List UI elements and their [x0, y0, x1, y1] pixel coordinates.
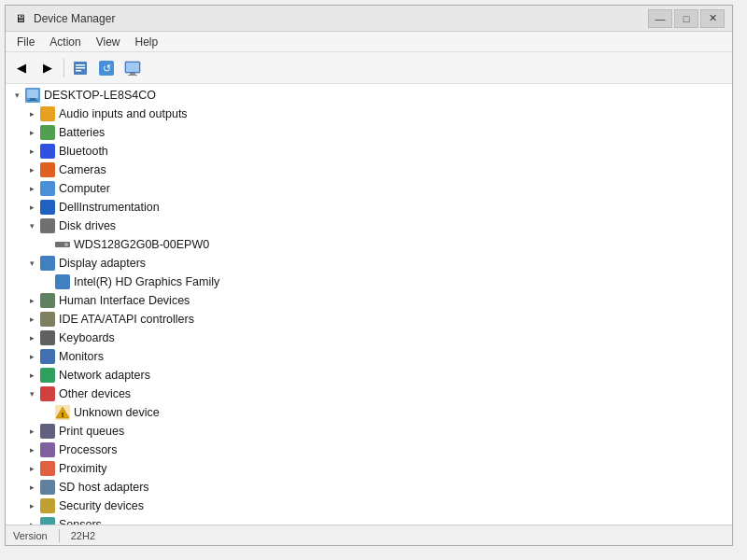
- tree-item[interactable]: ▸ Security devices: [6, 497, 732, 515]
- tree-expander[interactable]: ▸: [24, 330, 39, 345]
- svg-rect-54: [42, 463, 53, 474]
- tree-item[interactable]: ▸ Keyboards: [6, 329, 732, 347]
- tree-item[interactable]: ▸ Print queues: [6, 422, 732, 441]
- tree-item-icon: [39, 105, 56, 122]
- tree-item-icon: [39, 311, 56, 328]
- tree-item-label: Other devices: [59, 387, 131, 400]
- svg-rect-1: [76, 64, 85, 66]
- tree-expander[interactable]: ▾: [24, 218, 39, 233]
- tree-item[interactable]: ▸ Batteries: [6, 123, 732, 142]
- svg-text:↺: ↺: [103, 63, 111, 74]
- tree-item[interactable]: ▸ Computer: [6, 179, 732, 198]
- tree-expander[interactable]: ▸: [24, 349, 39, 364]
- tree-item-icon: [39, 348, 56, 365]
- tree-item-icon: [39, 255, 56, 272]
- tree-expander[interactable]: ▸: [24, 461, 39, 476]
- window-title: Device Manager: [34, 12, 648, 25]
- tree-expander[interactable]: ▸: [24, 368, 39, 383]
- tree-expander[interactable]: [39, 405, 54, 420]
- tree-item[interactable]: ▸ SD host adapters: [6, 478, 732, 497]
- tree-item-label: Batteries: [59, 126, 105, 139]
- tree-item-label: SD host adapters: [59, 481, 149, 494]
- tree-item-label: Keyboards: [59, 331, 115, 344]
- tree-expander[interactable]: ▾: [24, 256, 39, 271]
- tree-expander[interactable]: ▸: [24, 125, 39, 140]
- close-button[interactable]: ✕: [700, 9, 725, 28]
- tree-expander[interactable]: ▸: [24, 200, 39, 215]
- tree-item[interactable]: ▸ Processors: [6, 441, 732, 459]
- tree-expander[interactable]: ▸: [24, 106, 39, 121]
- device-manager-window: 🖥 Device Manager — □ ✕ File Action View …: [5, 5, 733, 546]
- tree-item-label: Display adapters: [59, 257, 146, 270]
- svg-rect-31: [42, 258, 53, 269]
- title-bar: 🖥 Device Manager — □ ✕: [6, 6, 732, 32]
- tree-item[interactable]: ▾ Display adapters: [6, 254, 732, 273]
- tree-expander[interactable]: ▸: [24, 162, 39, 177]
- tree-item[interactable]: ▸ DellInstrumentation: [6, 198, 732, 217]
- tree-expander[interactable]: ▸: [24, 424, 39, 439]
- tree-expander[interactable]: ▸: [24, 293, 39, 308]
- svg-rect-37: [42, 314, 53, 325]
- menu-action[interactable]: Action: [42, 34, 88, 50]
- menu-file[interactable]: File: [9, 34, 42, 50]
- properties-button[interactable]: [68, 56, 92, 80]
- tree-item-icon: [39, 292, 56, 309]
- forward-button[interactable]: ▶: [35, 56, 60, 80]
- device-tree-panel[interactable]: ▾ DESKTOP-LE8S4CO ▸ Audio inputs and out…: [6, 84, 732, 525]
- svg-rect-9: [126, 63, 139, 72]
- svg-point-29: [64, 243, 68, 246]
- svg-rect-56: [42, 482, 53, 493]
- tree-expander[interactable]: [39, 274, 54, 289]
- svg-rect-41: [42, 351, 53, 362]
- root-label: DESKTOP-LE8S4CO: [44, 89, 156, 102]
- tree-item-label: Human Interface Devices: [59, 294, 190, 307]
- tree-item[interactable]: ▾ Disk drives: [6, 217, 732, 235]
- tree-item[interactable]: Intel(R) HD Graphics Family: [6, 273, 732, 291]
- svg-rect-39: [42, 332, 53, 343]
- tree-expander[interactable]: ▸: [24, 498, 39, 513]
- svg-rect-13: [28, 100, 37, 101]
- window-controls: — □ ✕: [648, 9, 725, 28]
- tree-item[interactable]: ▸ Cameras: [6, 161, 732, 179]
- svg-rect-7: [130, 73, 135, 75]
- svg-rect-23: [42, 183, 53, 194]
- tree-item-label: Network adapters: [59, 369, 150, 382]
- update-driver-button[interactable]: ↺: [94, 56, 119, 80]
- tree-item[interactable]: ▸ Network adapters: [6, 366, 732, 385]
- root-expander[interactable]: ▾: [9, 88, 24, 103]
- tree-expander[interactable]: ▾: [24, 386, 39, 401]
- tree-item[interactable]: ▸ Audio inputs and outputs: [6, 105, 732, 123]
- back-button[interactable]: ◀: [9, 56, 34, 80]
- svg-rect-15: [42, 108, 53, 119]
- minimize-button[interactable]: —: [648, 9, 672, 28]
- tree-item[interactable]: ▸ Sensors: [6, 515, 732, 525]
- menu-view[interactable]: View: [89, 34, 128, 50]
- tree-expander[interactable]: [39, 237, 54, 252]
- tree-item[interactable]: ▸ Monitors: [6, 347, 732, 366]
- tree-item-icon: [39, 479, 56, 496]
- tree-item[interactable]: WDS128G2G0B-00EPW0: [6, 235, 732, 254]
- tree-expander[interactable]: ▸: [24, 480, 39, 495]
- menu-help[interactable]: Help: [128, 34, 166, 50]
- tree-item-icon: [54, 273, 71, 290]
- properties-icon: [72, 60, 89, 77]
- svg-rect-11: [27, 90, 38, 98]
- tree-item[interactable]: ▸ Bluetooth: [6, 142, 732, 161]
- tree-expander[interactable]: ▸: [24, 181, 39, 196]
- screen-button[interactable]: [120, 56, 145, 80]
- tree-item[interactable]: ▸ IDE ATA/ATAPI controllers: [6, 310, 732, 329]
- tree-item[interactable]: ▸ Human Interface Devices: [6, 291, 732, 310]
- tree-expander[interactable]: ▸: [24, 144, 39, 159]
- tree-item[interactable]: ▾ Other devices: [6, 385, 732, 403]
- tree-root[interactable]: ▾ DESKTOP-LE8S4CO: [6, 86, 732, 105]
- tree-item-label: Computer: [59, 182, 110, 195]
- tree-expander[interactable]: ▸: [24, 442, 39, 457]
- maximize-button[interactable]: □: [674, 9, 698, 28]
- tree-expander[interactable]: ▸: [24, 312, 39, 327]
- svg-rect-45: [42, 388, 53, 399]
- tree-item-icon: [39, 161, 56, 178]
- tree-expander[interactable]: ▸: [24, 517, 39, 525]
- tree-item[interactable]: ▸ Proximity: [6, 459, 732, 478]
- svg-rect-17: [42, 127, 53, 138]
- tree-item[interactable]: ! Unknown device: [6, 403, 732, 422]
